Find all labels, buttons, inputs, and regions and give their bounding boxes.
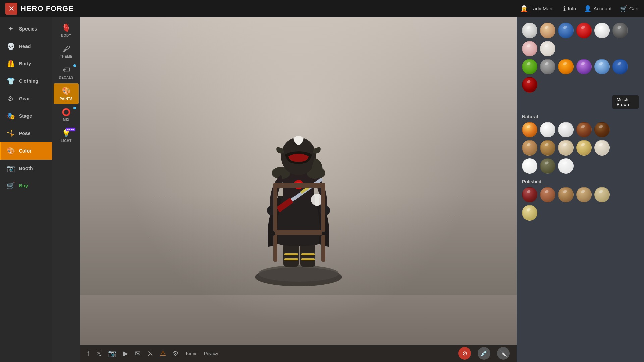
- twitter-icon[interactable]: 𝕏: [96, 349, 101, 357]
- app-title: HERO FORGE: [21, 4, 74, 13]
- color-icon: 🎨: [6, 147, 15, 155]
- natural-swatch-row-1: [522, 122, 639, 137]
- species-label: Species: [19, 26, 37, 32]
- swatch-n3[interactable]: [558, 122, 574, 137]
- community-icon[interactable]: ⚔: [147, 349, 153, 357]
- swatch-white-ball[interactable]: [594, 23, 610, 38]
- booth-icon: 📷: [6, 164, 15, 172]
- tool-paints[interactable]: 🎨 PAINTS: [54, 83, 79, 104]
- polished-swatch-row-2: [522, 205, 639, 221]
- instagram-icon[interactable]: 📷: [108, 349, 116, 357]
- swatch-n4[interactable]: [576, 122, 592, 137]
- svg-rect-25: [273, 183, 277, 232]
- youtube-icon[interactable]: ▶: [123, 349, 128, 357]
- tool-mix[interactable]: ⭕ MIX: [54, 105, 79, 125]
- tool-theme[interactable]: 🖌 THEME: [54, 41, 79, 62]
- email-icon[interactable]: ✉: [135, 349, 141, 357]
- swatch-orange[interactable]: [558, 59, 574, 74]
- swatch-blue2[interactable]: [612, 59, 628, 74]
- mix-tool-icon: ⭕: [62, 108, 71, 117]
- swatch-p6[interactable]: [522, 205, 537, 221]
- body-tool-icon: 🫀: [62, 23, 71, 32]
- tool-decals[interactable]: 🏷 DECALS: [54, 62, 79, 83]
- swatch-n9[interactable]: [576, 140, 592, 156]
- settings-icon[interactable]: ⚙: [173, 349, 179, 357]
- sidebar-item-clothing[interactable]: 👕 Clothing: [0, 72, 52, 90]
- character-select[interactable]: 🧝 Lady Mari..: [520, 5, 555, 12]
- mix-dot: [73, 107, 76, 109]
- sidebar-item-stage[interactable]: 🎭 Stage: [0, 107, 52, 125]
- swatch-light-pink[interactable]: [522, 41, 537, 56]
- swatch-n8[interactable]: [558, 140, 574, 156]
- swatch-offwhite[interactable]: [540, 41, 555, 56]
- svg-rect-19: [315, 194, 319, 206]
- logo-area[interactable]: ⚔ HERO FORGE: [5, 3, 74, 15]
- swatch-n2[interactable]: [540, 122, 555, 137]
- account-button[interactable]: 👤 Account: [584, 5, 611, 12]
- polished-section-label: Polished: [522, 179, 639, 184]
- decals-dot: [73, 64, 76, 67]
- swatch-p4[interactable]: [576, 187, 592, 202]
- top-navigation: ⚔ HERO FORGE 🧝 Lady Mari.. ℹ Info 👤 Acco…: [0, 0, 644, 17]
- sidebar-item-gear[interactable]: ⚙ Gear: [0, 90, 52, 107]
- swatch-purple[interactable]: [576, 59, 592, 74]
- privacy-link[interactable]: Privacy: [204, 351, 218, 356]
- sidebar-item-pose[interactable]: 🤸 Pose: [0, 125, 52, 142]
- info-button[interactable]: ℹ Info: [563, 5, 576, 12]
- top-swatch-row-2: Mulch Brown: [522, 59, 639, 93]
- swatch-light-blue[interactable]: [594, 59, 610, 74]
- natural-swatch-row-3: [522, 158, 639, 174]
- tools-panel: 🫀 BODY 🖌 THEME 🏷 DECALS 🎨 PAINTS ⭕ MIX B…: [52, 17, 80, 362]
- erase-button[interactable]: ⊘: [458, 347, 471, 360]
- swatch-green-leaf[interactable]: [522, 59, 537, 74]
- swatch-n11[interactable]: [522, 158, 537, 174]
- mix-tool-label: MIX: [63, 118, 69, 122]
- facebook-icon[interactable]: f: [87, 350, 89, 357]
- paints-tool-icon: 🎨: [62, 87, 71, 96]
- cart-button[interactable]: 🛒 Cart: [620, 5, 639, 12]
- swatch-p1[interactable]: [522, 187, 537, 202]
- swatch-p2[interactable]: [540, 187, 555, 202]
- swatch-p5[interactable]: [594, 187, 610, 202]
- tool-light[interactable]: BETA 💡 LIGHT: [54, 126, 79, 146]
- sidebar-item-buy[interactable]: 🛒 Buy: [0, 177, 52, 194]
- sidebar-item-booth[interactable]: 📷 Booth: [0, 160, 52, 177]
- swatch-n5[interactable]: [594, 122, 610, 137]
- swatch-n1[interactable]: [522, 122, 537, 137]
- polished-swatch-row-1: [522, 187, 639, 202]
- sidebar-item-body[interactable]: 🦺 Body: [0, 55, 52, 72]
- color-tooltip: Mulch Brown: [612, 95, 639, 109]
- svg-rect-26: [321, 183, 325, 232]
- swatch-dark-grey[interactable]: [612, 23, 628, 38]
- terms-link[interactable]: Terms: [185, 351, 197, 356]
- sidebar-item-species[interactable]: ✦ Species: [0, 20, 52, 38]
- swatch-ghost[interactable]: [522, 23, 537, 38]
- swatch-red-bottle[interactable]: Mulch Brown: [522, 77, 537, 93]
- swatch-n10[interactable]: [594, 140, 610, 156]
- swatch-n12[interactable]: [540, 158, 555, 174]
- head-label: Head: [19, 44, 31, 49]
- head-icon: 💀: [6, 42, 15, 50]
- cut-button[interactable]: 🔪: [497, 347, 510, 360]
- stage-label: Stage: [19, 113, 32, 119]
- sidebar-item-color[interactable]: 🎨 Color: [0, 142, 52, 160]
- svg-point-1: [258, 265, 339, 282]
- swatch-n7[interactable]: [540, 140, 555, 156]
- info-icon: ℹ: [563, 5, 566, 12]
- swatch-red-spot[interactable]: [576, 23, 592, 38]
- pose-label: Pose: [19, 131, 30, 136]
- body-tool-label: BODY: [61, 34, 71, 37]
- swatch-blue-hat[interactable]: [558, 23, 574, 38]
- cart-label: Cart: [629, 6, 639, 11]
- sidebar-item-head[interactable]: 💀 Head: [0, 38, 52, 55]
- swatch-n6[interactable]: [522, 140, 537, 156]
- tool-body[interactable]: 🫀 BODY: [54, 20, 79, 41]
- swatch-n13[interactable]: [558, 158, 574, 174]
- swatch-p3[interactable]: [558, 187, 574, 202]
- light-tool-label: LIGHT: [61, 139, 72, 143]
- character-svg: [235, 89, 362, 290]
- swatch-grey2[interactable]: [540, 59, 555, 74]
- pick-color-button[interactable]: 💉: [478, 347, 490, 360]
- swatch-tan[interactable]: [540, 23, 555, 38]
- svg-rect-4: [284, 253, 298, 255]
